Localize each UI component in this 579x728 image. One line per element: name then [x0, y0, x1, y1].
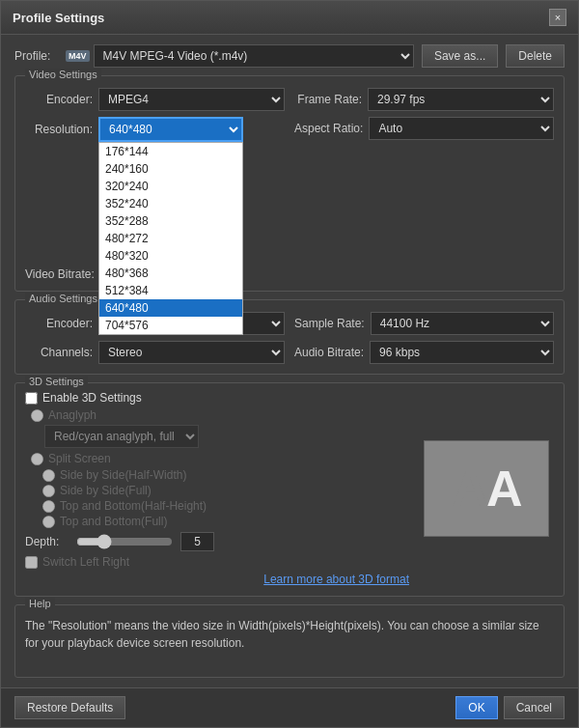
aspect-ratio-row: Aspect Ratio: Auto [294, 117, 554, 140]
learn-more-link[interactable]: Learn more about 3D format [263, 573, 409, 586]
top-bottom-full-label: Top and Bottom(Full) [60, 515, 167, 528]
close-button[interactable]: × [549, 9, 566, 26]
preview-letter-main: A [486, 461, 521, 517]
resolution-option-480a[interactable]: 480*272 [99, 230, 242, 247]
anaglyph-radio[interactable] [31, 409, 43, 422]
help-text: The "Resolution" means the video size in… [25, 617, 554, 652]
resolution-dropdown[interactable]: 176*144 240*160 320*240 352*240 352*288 … [98, 142, 243, 335]
3d-settings-legend: 3D Settings [25, 376, 88, 387]
ok-button[interactable]: OK [455, 696, 497, 719]
encoder-select[interactable]: MPEG4 H.264 [98, 88, 285, 111]
enable-3d-label: Enable 3D Settings [42, 391, 142, 405]
side-by-side-full-row: Side by Side(Full) [42, 484, 409, 497]
preview-letter-shadow: A [452, 461, 486, 517]
resolution-option-640[interactable]: 640*480 [99, 299, 242, 317]
resolution-row: Resolution: 640*480 176*144 240*160 320*… [25, 117, 285, 142]
audio-bitrate-select[interactable]: 96 kbps [370, 341, 554, 364]
profile-select[interactable]: M4V MPEG-4 Video (*.m4v) [94, 44, 414, 68]
video-settings-section: Video Settings Encoder: MPEG4 H.264 Reso… [14, 75, 565, 292]
channels-row: Channels: Stereo [25, 341, 285, 364]
resolution-option-352b[interactable]: 352*288 [99, 212, 242, 230]
help-section: Help The "Resolution" means the video si… [14, 604, 565, 678]
dialog: Profile Settings × Profile: M4V M4V MPEG… [0, 0, 579, 728]
split-screen-row: Split Screen [31, 452, 409, 465]
depth-row: Depth: [25, 532, 409, 551]
depth-value[interactable] [180, 532, 214, 551]
cancel-button[interactable]: Cancel [504, 696, 565, 719]
resolution-select[interactable]: 640*480 [98, 117, 243, 142]
side-by-side-full-label: Side by Side(Full) [60, 484, 152, 497]
frame-rate-select[interactable]: 29.97 fps [368, 88, 554, 111]
profile-label: Profile: [14, 49, 58, 63]
video-settings-grid: Encoder: MPEG4 H.264 Resolution: 640*480 [25, 88, 554, 281]
delete-button[interactable]: Delete [506, 44, 565, 68]
split-screen-radio[interactable] [31, 453, 43, 465]
channels-label: Channels: [25, 346, 93, 359]
aspect-ratio-select[interactable]: Auto [369, 117, 554, 140]
resolution-option-352a[interactable]: 352*240 [99, 195, 242, 212]
resolution-option-176[interactable]: 176*144 [99, 143, 242, 160]
enable-3d-checkbox[interactable] [25, 392, 38, 405]
enable-3d-row: Enable 3D Settings [25, 391, 409, 405]
resolution-option-704[interactable]: 704*576 [99, 317, 242, 334]
3d-preview-box: AA [424, 440, 549, 537]
help-legend: Help [25, 598, 55, 609]
main-content: Profile: M4V M4V MPEG-4 Video (*.m4v) Sa… [1, 35, 578, 687]
encoder-row: Encoder: MPEG4 H.264 [25, 88, 285, 111]
preview-text: AA [452, 460, 520, 518]
top-bottom-full-row: Top and Bottom(Full) [42, 515, 409, 528]
resolution-option-512[interactable]: 512*384 [99, 282, 242, 299]
switch-lr-label: Switch Left Right [42, 555, 129, 569]
side-by-side-full-radio[interactable] [42, 485, 55, 497]
audio-right-col: Sample Rate: 44100 Hz Audio Bitrate: 96 … [294, 312, 554, 364]
resolution-option-480b[interactable]: 480*320 [99, 247, 242, 265]
3d-settings-section: 3D Settings Enable 3D Settings Anaglyph … [14, 382, 565, 597]
top-bottom-half-label: Top and Bottom(Half-Height) [60, 499, 207, 513]
side-by-side-half-row: Side by Side(Half-Width) [42, 468, 409, 482]
sample-rate-row: Sample Rate: 44100 Hz [294, 312, 554, 335]
top-bottom-half-radio[interactable] [42, 500, 55, 513]
profile-row: Profile: M4V M4V MPEG-4 Video (*.m4v) Sa… [14, 44, 565, 68]
dialog-title: Profile Settings [13, 11, 104, 25]
side-by-side-half-label: Side by Side(Half-Width) [60, 468, 186, 482]
anaglyph-select-wrapper: Red/cyan anaglyph, full color [44, 425, 409, 448]
audio-bitrate-row: Audio Bitrate: 96 kbps [294, 341, 554, 364]
title-bar: Profile Settings × [1, 1, 578, 35]
switch-lr-row: Switch Left Right [25, 555, 409, 569]
learn-more-row: Learn more about 3D format [25, 573, 409, 586]
split-screen-label: Split Screen [48, 452, 111, 465]
resolution-wrapper: 640*480 176*144 240*160 320*240 352*240 … [98, 117, 243, 142]
audio-settings-section: Audio Settings Encoder: AAC Channels: St… [14, 299, 565, 375]
resolution-option-320[interactable]: 320*240 [99, 178, 242, 195]
side-by-side-half-radio[interactable] [42, 469, 55, 482]
depth-label: Depth: [25, 535, 69, 548]
3d-settings-left: Enable 3D Settings Anaglyph Red/cyan ana… [25, 391, 409, 586]
depth-slider[interactable] [76, 534, 173, 549]
top-bottom-half-row: Top and Bottom(Half-Height) [42, 499, 409, 513]
switch-lr-checkbox[interactable] [25, 556, 38, 569]
bottom-bar: Restore Defaults OK Cancel [1, 687, 578, 727]
audio-settings-legend: Audio Settings [25, 293, 101, 304]
frame-rate-label: Frame Rate: [294, 93, 362, 106]
anaglyph-row: Anaglyph [31, 408, 409, 422]
encoder-label: Encoder: [25, 93, 93, 106]
save-as-button[interactable]: Save as... [422, 44, 498, 68]
frame-rate-row: Frame Rate: 29.97 fps [294, 88, 554, 111]
resolution-option-240[interactable]: 240*160 [99, 160, 242, 178]
sample-rate-label: Sample Rate: [294, 317, 365, 330]
restore-defaults-button[interactable]: Restore Defaults [14, 696, 125, 719]
resolution-option-480c[interactable]: 480*368 [99, 265, 242, 282]
anaglyph-select[interactable]: Red/cyan anaglyph, full color [44, 425, 199, 448]
audio-encoder-label: Encoder: [25, 317, 93, 330]
audio-bitrate-label: Audio Bitrate: [294, 346, 364, 359]
3d-settings-right: AA [419, 391, 554, 586]
video-settings-legend: Video Settings [25, 69, 101, 80]
sample-rate-select[interactable]: 44100 Hz [371, 312, 554, 335]
m4v-badge: M4V [66, 50, 90, 62]
top-bottom-full-radio[interactable] [42, 516, 55, 528]
video-left-col: Encoder: MPEG4 H.264 Resolution: 640*480 [25, 88, 285, 281]
aspect-ratio-label: Aspect Ratio: [294, 122, 363, 135]
channels-select[interactable]: Stereo [98, 341, 285, 364]
anaglyph-label: Anaglyph [48, 408, 96, 422]
video-bitrate-label: Video Bitrate: [25, 267, 95, 281]
